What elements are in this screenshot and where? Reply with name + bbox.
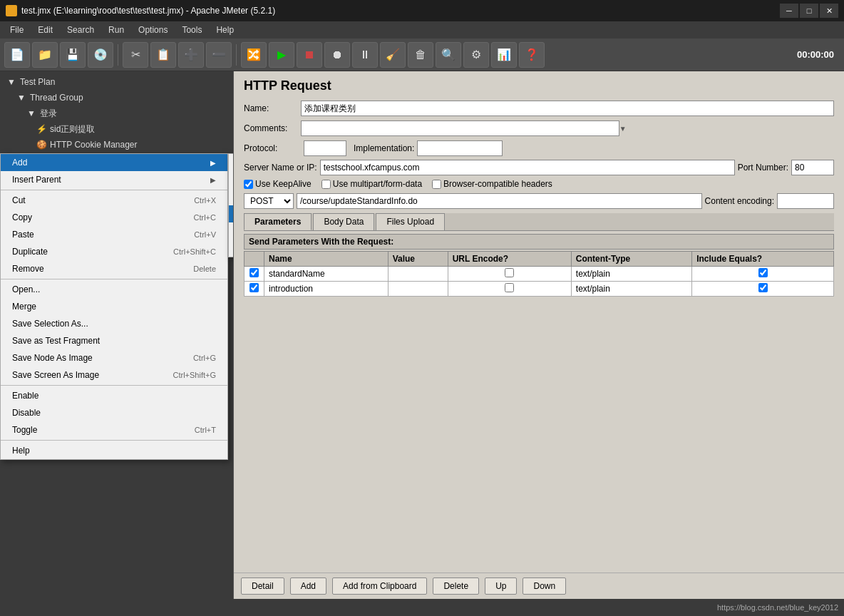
menu-edit[interactable]: Edit: [31, 21, 60, 38]
tree-item-threadgroup[interactable]: ▼ Thread Group: [0, 90, 233, 106]
clear-all-button[interactable]: 🗑: [408, 42, 433, 68]
encoding-input[interactable]: [777, 193, 834, 209]
cm-enable-label: Enable: [12, 391, 38, 401]
up-button[interactable]: Up: [485, 578, 517, 595]
row1-include-cb[interactable]: [758, 268, 768, 277]
tree-label-testplan: Test Plan: [20, 77, 55, 87]
help-button[interactable]: ❓: [519, 42, 545, 68]
minimize-button[interactable]: ─: [780, 4, 798, 18]
add-button[interactable]: ➕: [178, 42, 204, 68]
row1-value[interactable]: [388, 267, 448, 282]
tree-item-testplan[interactable]: ▼ Test Plan: [0, 74, 233, 90]
tree-label-cookie: HTTP Cookie Manager: [50, 140, 138, 150]
row2-url-encode-cb[interactable]: [505, 283, 514, 292]
keepalive-checkbox[interactable]: [244, 180, 253, 189]
save-as-button[interactable]: 💿: [88, 42, 113, 68]
submenu-add-pre[interactable]: Pre Processors ▶: [229, 188, 234, 205]
tab-files[interactable]: Files Upload: [376, 213, 445, 230]
expand-icon[interactable]: ▼: [619, 125, 627, 133]
send-params-label: Send Parameters With the Request:: [249, 237, 393, 247]
tree-item-sid[interactable]: ⚡ sid正则提取: [0, 121, 233, 137]
settings-button[interactable]: ⚙: [463, 42, 489, 68]
submenu-add-assertions[interactable]: Assertions ▶: [229, 154, 234, 171]
cm-enable[interactable]: Enable: [1, 387, 227, 404]
clear-button[interactable]: 🧹: [380, 42, 406, 68]
path-input[interactable]: [297, 193, 702, 209]
menu-file[interactable]: File: [3, 21, 31, 38]
cm-toggle-shortcut: Ctrl+T: [195, 426, 216, 434]
table-row: introduction text/plain: [245, 282, 834, 297]
cm-add[interactable]: Add ▶: [1, 154, 227, 171]
cm-cut[interactable]: Cut Ctrl+X: [1, 192, 227, 209]
menu-options[interactable]: Options: [131, 21, 175, 38]
encoding-label: Content encoding:: [705, 196, 774, 206]
add-clipboard-button[interactable]: Add from Clipboard: [332, 578, 427, 595]
cm-help[interactable]: Help: [1, 442, 227, 459]
cm-insert-parent[interactable]: Insert Parent ▶: [1, 171, 227, 188]
cm-cut-label: Cut: [12, 195, 26, 205]
menu-tools[interactable]: Tools: [175, 21, 209, 38]
submenu-add-config[interactable]: Config Element ▶: [229, 222, 234, 240]
close-button[interactable]: ✕: [820, 4, 838, 18]
cm-copy[interactable]: Copy Ctrl+C: [1, 209, 227, 226]
expand-button[interactable]: 🔀: [241, 42, 267, 68]
server-label: Server Name or IP:: [244, 163, 317, 173]
row2-name[interactable]: introduction: [264, 282, 388, 297]
row2-content-type[interactable]: text/plain: [571, 282, 691, 297]
add-param-button[interactable]: Add: [290, 578, 326, 595]
cm-save-selection[interactable]: Save Selection As...: [1, 315, 227, 332]
row2-include-cb[interactable]: [758, 283, 768, 292]
stop2-button[interactable]: ⏺: [324, 42, 350, 68]
cm-paste[interactable]: Paste Ctrl+V: [1, 226, 227, 243]
tab-body[interactable]: Body Data: [313, 213, 374, 230]
search-button[interactable]: 🔍: [436, 42, 461, 68]
protocol-input[interactable]: [304, 140, 346, 156]
row1-url-encode-cb[interactable]: [505, 268, 514, 277]
maximize-button[interactable]: □: [800, 4, 818, 18]
cm-save-screen-image[interactable]: Save Screen As Image Ctrl+Shift+G: [1, 366, 227, 384]
cm-duplicate[interactable]: Duplicate Ctrl+Shift+C: [1, 243, 227, 260]
menu-search[interactable]: Search: [60, 21, 101, 38]
comments-input[interactable]: [301, 120, 619, 136]
remove-button[interactable]: ➖: [206, 42, 232, 68]
save-button[interactable]: 💾: [60, 42, 86, 68]
cm-toggle[interactable]: Toggle Ctrl+T: [1, 421, 227, 438]
cut-button[interactable]: ✂: [123, 42, 148, 68]
open-button[interactable]: 📁: [32, 42, 58, 68]
pause-button[interactable]: ⏸: [352, 42, 378, 68]
row2-checkbox[interactable]: [249, 283, 259, 292]
impl-input[interactable]: [417, 140, 503, 156]
cm-remove[interactable]: Remove Delete: [1, 260, 227, 277]
copy-button[interactable]: 📋: [150, 42, 176, 68]
cm-open[interactable]: Open...: [1, 281, 227, 298]
cm-disable[interactable]: Disable: [1, 404, 227, 421]
submenu-add-post[interactable]: Post Processors ▶: [229, 205, 234, 222]
stop-button[interactable]: ⏹: [297, 42, 322, 68]
multipart-checkbox[interactable]: [321, 180, 331, 189]
submenu-add-listener[interactable]: Listener ▶: [229, 240, 234, 257]
tab-parameters[interactable]: Parameters: [244, 213, 312, 230]
detail-button[interactable]: Detail: [241, 578, 284, 595]
submenu-add-timer[interactable]: Timer ▶: [229, 171, 234, 188]
tree-item-login[interactable]: ▼ 登录: [0, 106, 233, 121]
cm-save-node-image[interactable]: Save Node As Image Ctrl+G: [1, 349, 227, 366]
down-button[interactable]: Down: [523, 578, 566, 595]
menu-run[interactable]: Run: [101, 21, 131, 38]
name-input[interactable]: [301, 101, 834, 116]
row1-name[interactable]: standardName: [264, 267, 388, 282]
port-input[interactable]: [791, 160, 834, 175]
cm-merge[interactable]: Merge: [1, 298, 227, 315]
tree-item-cookie[interactable]: 🍪 HTTP Cookie Manager: [0, 137, 233, 153]
delete-param-button[interactable]: Delete: [433, 578, 479, 595]
run-button[interactable]: ▶: [269, 42, 294, 68]
row1-content-type[interactable]: text/plain: [571, 267, 691, 282]
browser-headers-checkbox[interactable]: [432, 180, 441, 189]
method-select[interactable]: POST GET PUT DELETE: [244, 193, 294, 209]
cm-save-test-fragment[interactable]: Save as Test Fragment: [1, 332, 227, 349]
row2-value[interactable]: [388, 282, 448, 297]
server-input[interactable]: [320, 160, 735, 175]
new-button[interactable]: 📄: [4, 42, 30, 68]
report-button[interactable]: 📊: [491, 42, 517, 68]
menu-help[interactable]: Help: [209, 21, 241, 38]
row1-checkbox[interactable]: [249, 268, 259, 277]
